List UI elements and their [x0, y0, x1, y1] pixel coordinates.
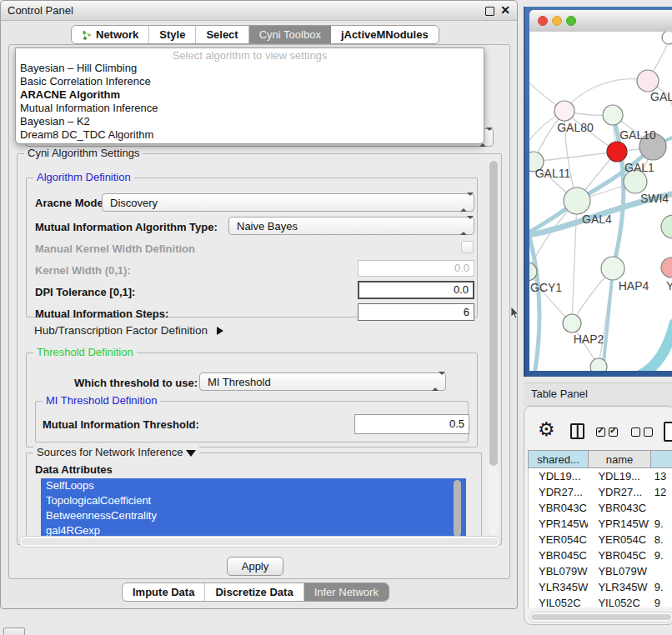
hub-tf-definition-label: Hub/Transcription Factor Definition	[34, 324, 208, 337]
tab-label: Network	[96, 28, 138, 41]
network-node-label: GAL10	[619, 128, 656, 142]
column-layout-icon[interactable]	[570, 423, 584, 439]
table-body[interactable]: YDL19...YDL19...13YDR27...YDR27...12YBR0…	[528, 468, 672, 608]
close-icon[interactable]: ✕	[500, 3, 510, 17]
network-edge[interactable]	[572, 201, 577, 323]
kernel-width-input[interactable]: 0.0	[358, 260, 474, 277]
file-icon[interactable]	[664, 422, 672, 442]
combo-stepper-icon	[460, 217, 467, 235]
algorithm-popup-item[interactable]: Bayesian – K2	[16, 115, 484, 128]
mi-steps-label: Mutual Information Steps:	[35, 308, 168, 320]
tab-network[interactable]: Network	[72, 26, 149, 43]
network-edge[interactable]	[640, 323, 672, 371]
data-attributes-list[interactable]: SelfLoopsTopologicalCoefficientBetweenne…	[41, 478, 466, 540]
network-edge[interactable]	[534, 152, 617, 162]
algorithm-popup-item[interactable]: Bayesian – Hill Climbing	[16, 62, 484, 75]
control-panel-title: Control Panel	[8, 4, 73, 17]
table-row[interactable]: YER054CYER054C8.	[529, 532, 672, 548]
network-node-gal80[interactable]	[554, 101, 574, 121]
network-window-titlebar[interactable]	[529, 10, 672, 32]
mi-threshold-input[interactable]: 0.5	[354, 414, 469, 434]
table-row[interactable]: YIL052CYIL052C9	[529, 595, 672, 608]
control-panel-titlebar: Control Panel ✕	[1, 1, 517, 21]
network-node-label: GAL11	[535, 167, 571, 180]
settings-vertical-scrollbar[interactable]	[489, 159, 499, 536]
scrollbar-thumb[interactable]	[489, 161, 498, 466]
tab-jactivemnodules[interactable]: jActiveMNodules	[331, 26, 439, 43]
network-canvas[interactable]: GALGAL80GAL10GAL1GAL11SWI4GAL4GCY1HAP4YH…	[529, 32, 672, 371]
network-edge[interactable]	[564, 79, 648, 111]
tab-cyni-toolbox[interactable]: Cyni Toolbox	[249, 26, 331, 43]
table-cell: YBR043C	[588, 500, 649, 516]
network-node-gal1[interactable]	[607, 142, 627, 162]
table-row[interactable]: YLR345WYLR345W9.	[529, 579, 672, 595]
table-row[interactable]: YDR27...YDR27...12	[529, 484, 672, 500]
hub-tf-definition-toggle[interactable]: Hub/Transcription Factor Definition	[34, 324, 223, 337]
panel-resize-chip[interactable]	[3, 628, 25, 635]
tab-impute-data[interactable]: Impute Data	[123, 583, 205, 601]
table-cell: YBR043C	[529, 500, 588, 516]
apply-button[interactable]: Apply	[227, 557, 283, 576]
table-row[interactable]: YBL079WYBL079W	[529, 563, 672, 579]
table-horizontal-scrollbar[interactable]	[529, 612, 672, 622]
mi-algorithm-type-combobox[interactable]: Naive Bayes	[228, 217, 474, 235]
network-node[interactable]	[661, 215, 672, 238]
table-row[interactable]: YDL19...YDL19...13	[529, 468, 672, 484]
data-attribute-item[interactable]: SelfLoops	[41, 478, 466, 493]
sources-title[interactable]: Sources for Network Inference	[33, 446, 199, 458]
float-window-icon[interactable]	[485, 7, 494, 16]
combo-stepper-icon	[432, 372, 439, 391]
tab-infer-network[interactable]: Infer Network	[304, 583, 389, 601]
dpi-tolerance-input[interactable]: 0.0	[358, 281, 474, 299]
table-row[interactable]: YBR043CYBR043C	[529, 500, 672, 516]
unselect-all-columns-icon[interactable]	[631, 427, 656, 439]
minimize-traffic-light-icon[interactable]	[552, 16, 562, 26]
table-column-header[interactable]: name	[589, 450, 651, 468]
select-all-columns-icon[interactable]	[596, 427, 621, 439]
network-graph[interactable]: GALGAL80GAL10GAL1GAL11SWI4GAL4GCY1HAP4YH…	[529, 32, 672, 371]
zoom-traffic-light-icon[interactable]	[566, 16, 576, 26]
network-edge[interactable]	[529, 225, 539, 371]
aracne-mode-combobox[interactable]: Discovery	[102, 193, 474, 212]
scrollbar-thumb[interactable]	[531, 614, 671, 620]
data-attribute-item[interactable]: BetweennessCentrality	[41, 508, 466, 523]
network-node-gal10[interactable]	[603, 105, 623, 125]
threshold-definition-group: Threshold Definition Which threshold to …	[26, 352, 478, 448]
network-node[interactable]	[662, 32, 672, 44]
table-row[interactable]: YBR045CYBR045C9.	[529, 548, 672, 563]
tab-select[interactable]: Select	[196, 26, 248, 43]
algorithm-popup-item[interactable]: Dream8 DC_TDC Algorithm	[16, 128, 484, 142]
network-node-y[interactable]	[661, 258, 672, 278]
table-column-header[interactable]	[651, 450, 672, 468]
checked-box-icon	[596, 428, 605, 437]
checked-box-icon	[609, 428, 618, 437]
network-node-hap4[interactable]	[601, 257, 624, 280]
control-panel-tabbar: NetworkStyleSelectCyni ToolboxjActiveMNo…	[71, 25, 439, 44]
network-node-gal[interactable]	[637, 70, 659, 92]
which-threshold-combobox[interactable]: MI Threshold	[199, 372, 446, 391]
which-threshold-value: MI Threshold	[208, 376, 271, 388]
data-attribute-item[interactable]: TopologicalCoefficient	[41, 493, 466, 508]
table-header-row[interactable]: shared...name	[528, 450, 672, 468]
settings-horizontal-scrollbar[interactable]	[19, 536, 500, 548]
algorithm-popup-item[interactable]: Basic Correlation Inference	[16, 75, 484, 88]
manual-kernel-width-checkbox[interactable]	[461, 241, 474, 253]
algorithm-popup-item[interactable]: ARACNE Algorithm	[16, 88, 484, 102]
mi-steps-input[interactable]: 6	[358, 303, 474, 321]
network-edge[interactable]	[603, 268, 613, 371]
attributes-list-scrollbar[interactable]	[454, 480, 461, 537]
network-node-hap2[interactable]	[563, 314, 581, 332]
tab-style[interactable]: Style	[149, 26, 196, 43]
network-node-gal4[interactable]	[564, 188, 590, 214]
control-panel-bottom-tabbar: Impute DataDiscretize DataInfer Network	[122, 582, 389, 602]
table-column-header[interactable]: shared...	[528, 450, 589, 468]
scrollbar-thumb[interactable]	[22, 538, 498, 545]
table-row[interactable]: YPR145WYPR145W9.	[529, 516, 672, 532]
close-traffic-light-icon[interactable]	[538, 16, 548, 26]
table-cell: YDR27...	[588, 484, 649, 500]
settings-gear-icon[interactable]: ⚙	[538, 420, 555, 438]
tab-discretize-data[interactable]: Discretize Data	[205, 583, 303, 601]
algorithm-popup-item[interactable]: Mutual Information Inference	[16, 102, 484, 115]
network-node[interactable]	[590, 358, 607, 371]
network-node-label: Y	[666, 279, 672, 292]
